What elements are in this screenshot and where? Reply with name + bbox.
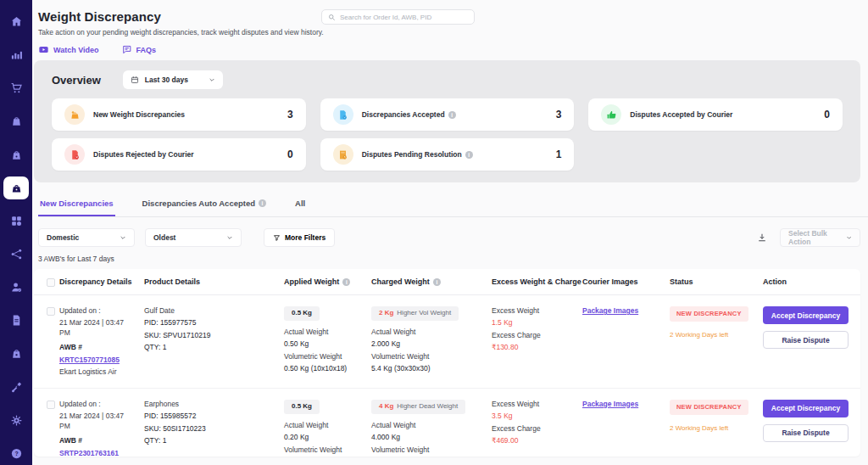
row-checkbox[interactable] xyxy=(47,401,55,409)
card-value: 0 xyxy=(287,148,293,160)
weight-scale-icon[interactable] xyxy=(3,176,29,199)
applied-weight-cell: 0.5 Kg Actual Weight 0.20 Kg Volumetric … xyxy=(284,400,371,457)
header-links: Watch Video FAQs xyxy=(38,44,860,55)
card-discrepancies-accepted[interactable]: Discrepancies Acceptedi 3 xyxy=(320,98,575,131)
courier-images-cell: Package Images xyxy=(582,400,670,409)
returns-bag-icon[interactable] xyxy=(3,143,29,166)
info-icon[interactable]: i xyxy=(259,199,266,207)
date-range-dropdown[interactable]: Last 30 days xyxy=(123,70,223,89)
select-all-checkbox[interactable] xyxy=(47,278,55,287)
info-icon[interactable]: i xyxy=(448,111,456,119)
bulk-action-dropdown[interactable]: Select Bulk Action xyxy=(780,228,860,247)
card-label: Disputes Pending Resolutioni xyxy=(362,150,473,159)
action-cell: Accept Discrepancy Raise Dispute xyxy=(763,400,860,442)
info-icon[interactable]: i xyxy=(433,278,441,286)
col-discrepancy-details: Discrepancy Details xyxy=(59,277,144,286)
days-left-note: 2 Working Days left xyxy=(670,424,754,434)
watch-video-link[interactable]: Watch Video xyxy=(38,44,99,55)
tools-icon[interactable] xyxy=(3,376,29,399)
applied-weight-badge: 0.5 Kg xyxy=(284,306,320,321)
chevron-down-icon xyxy=(226,234,233,241)
applied-weight-cell: 0.5 Kg Actual Weight 0.50 Kg Volumetric … xyxy=(284,306,371,374)
product-name: Earphones xyxy=(144,400,275,409)
home-icon[interactable] xyxy=(3,10,29,33)
excess-weight-cell: Excess Weight 1.5 Kg Excess Charge ₹130.… xyxy=(492,306,582,353)
card-value: 3 xyxy=(287,109,293,120)
overview-panel: Overview Last 30 days New Weight Discrep… xyxy=(34,60,860,182)
cart-icon[interactable] xyxy=(3,76,29,99)
thumbs-up-icon xyxy=(601,104,621,125)
search-box[interactable] xyxy=(321,9,475,25)
card-disputes-pending-resolution[interactable]: Disputes Pending Resolutioni 1 xyxy=(320,138,575,171)
card-new-weight-discrepancies[interactable]: New Weight Discrepancies 3 xyxy=(52,98,306,131)
accept-discrepancy-button[interactable]: Accept Discrepancy xyxy=(763,400,849,417)
status-cell: NEW DISCREPANCY 2 Working Days left xyxy=(670,306,763,340)
raise-dispute-button[interactable]: Raise Dispute xyxy=(763,331,849,349)
analytics-icon[interactable] xyxy=(3,43,29,66)
charged-weight-cell: 2 KgHigher Vol Weight Actual Weight 2.00… xyxy=(371,306,492,374)
help-icon[interactable]: ? xyxy=(3,442,29,465)
sort-dropdown[interactable]: Oldest xyxy=(145,228,242,247)
col-courier-images: Courier Images xyxy=(582,277,670,286)
funnel-icon xyxy=(273,234,281,242)
package-images-link[interactable]: Package Images xyxy=(582,400,661,409)
weight-discrepancy-page: ? Weight Discrepancy Take action on your… xyxy=(0,0,868,465)
col-charged-weight: Charged Weighti xyxy=(371,277,492,286)
col-status: Status xyxy=(670,277,763,286)
buyer-icon[interactable] xyxy=(3,276,29,299)
faq-chat-icon xyxy=(121,44,132,55)
card-label: New Weight Discrepancies xyxy=(93,110,185,119)
charged-weight-badge: 4 KgHigher Dead Weight xyxy=(371,400,465,414)
more-filters-button[interactable]: More Filters xyxy=(264,228,335,247)
table-row: Updated on : 21 Mar 2024 | 03:47 PM AWB … xyxy=(34,389,860,457)
card-disputes-rejected-by-courier[interactable]: Disputes Rejected by Courier 0 xyxy=(52,138,306,171)
card-disputes-accepted-by-courier[interactable]: Disputes Accepted by Courier 0 xyxy=(588,98,843,131)
bulk-action-value: Select Bulk Action xyxy=(788,229,846,246)
charged-weight-badge: 2 KgHigher Vol Weight xyxy=(371,306,459,321)
sort-value: Oldest xyxy=(153,233,175,242)
raise-dispute-button[interactable]: Raise Dispute xyxy=(763,424,849,442)
apps-grid-icon[interactable] xyxy=(3,210,29,232)
status-cell: NEW DISCREPANCY 2 Working Days left xyxy=(670,400,763,434)
faqs-label: FAQs xyxy=(136,46,157,54)
faqs-link[interactable]: FAQs xyxy=(121,44,157,55)
product-details-cell: Earphones PID: 155985572 SKU: 50SI171022… xyxy=(144,400,284,446)
tab-all[interactable]: All xyxy=(293,193,307,216)
product-details-cell: Gulf Date PID: 155977575 SKU: SPVU171021… xyxy=(144,306,284,353)
package-images-link[interactable]: Package Images xyxy=(582,306,661,316)
search-input[interactable] xyxy=(340,14,468,21)
awb-link[interactable]: KRTC1570771085 xyxy=(59,356,136,365)
overview-title: Overview xyxy=(52,74,101,87)
col-excess-weight-charge: Excess Weight & Charge xyxy=(492,277,582,286)
filters-right: Select Bulk Action xyxy=(754,228,860,247)
region-dropdown[interactable]: Domestic xyxy=(38,228,135,247)
svg-text:?: ? xyxy=(14,451,18,457)
tab-discrepancies-auto-accepted[interactable]: Discrepancies Auto Acceptedi xyxy=(141,193,268,216)
accept-discrepancy-button[interactable]: Accept Discrepancy xyxy=(763,306,849,324)
billing-doc-icon[interactable] xyxy=(3,309,29,332)
orders-bag-icon[interactable] xyxy=(3,109,29,132)
document-rejected-icon xyxy=(64,144,85,165)
filters-row: Domestic Oldest More Filters Select Bulk… xyxy=(38,228,860,247)
sidebar: ? xyxy=(0,0,32,465)
tab-new-discrepancies[interactable]: New Discrepancies xyxy=(38,193,115,216)
card-value: 0 xyxy=(824,109,830,120)
chevron-down-icon xyxy=(120,234,126,241)
row-checkbox[interactable] xyxy=(47,307,55,316)
col-action: Action xyxy=(763,277,860,286)
overview-head: Overview Last 30 days xyxy=(52,70,843,89)
main-content: Weight Discrepancy Take action on your p… xyxy=(32,0,868,465)
info-icon[interactable]: i xyxy=(342,278,350,286)
video-play-icon xyxy=(38,44,49,55)
integrations-icon[interactable] xyxy=(3,243,29,266)
download-icon[interactable] xyxy=(754,230,770,245)
products-bag-icon[interactable] xyxy=(3,342,29,365)
results-count: 3 AWB's for Last 7 days xyxy=(38,255,868,263)
card-label: Disputes Rejected by Courier xyxy=(93,150,194,159)
info-icon[interactable]: i xyxy=(465,151,473,159)
settings-gear-icon[interactable] xyxy=(3,409,29,432)
product-name: Gulf Date xyxy=(144,306,275,316)
more-filters-label: More Filters xyxy=(285,233,326,242)
col-applied-weight: Applied Weighti xyxy=(284,277,371,286)
awb-link[interactable]: SRTP2301763161 xyxy=(59,449,136,457)
